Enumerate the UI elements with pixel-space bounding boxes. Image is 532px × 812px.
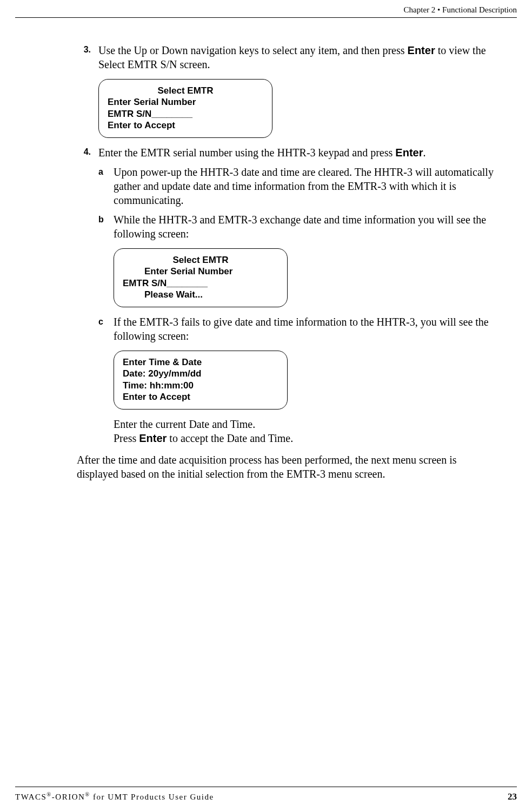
step-marker: 3. [77,43,98,55]
sub-marker: b [98,213,114,241]
footer-tail: for UMT Products User Guide [90,793,214,801]
sub-body: While the HHTR-3 and EMTR-3 exchange dat… [114,213,500,241]
footer-rule [15,787,517,787]
registered-mark: ® [85,791,90,797]
screen3-line2: Date: 20yy/mm/dd [123,368,278,379]
step4c-screen-wrap: Enter Time & Date Date: 20yy/mm/dd Time:… [114,351,500,410]
footer-twacs: TWACS [15,793,46,801]
s4c-text: If the EMTR-3 fails to give date and tim… [114,316,489,342]
step4-text-before: Enter the EMTR serial number using the H… [98,147,395,159]
registered-mark: ® [46,791,51,797]
closing-paragraph: After the time and date acquisition proc… [77,453,500,481]
page-footer: TWACS®-ORION® for UMT Products User Guid… [15,791,517,802]
step-marker: 4. [77,146,98,157]
step3-screen-wrap: Select EMTR Enter Serial Number EMTR S/N… [98,79,500,138]
step-body: Use the Up or Down navigation keys to se… [98,43,500,71]
step-body: Enter the EMTR serial number using the H… [98,146,500,445]
screen2-line3: EMTR S/N________ [123,278,278,289]
screen2-line2: Enter Serial Number [123,266,278,277]
lcd-screen-enter-time-date: Enter Time & Date Date: 20yy/mm/dd Time:… [114,351,288,410]
step-4b: b While the HHTR-3 and EMTR-3 exchange d… [98,213,500,241]
lcd-screen-please-wait: Select EMTR Enter Serial Number EMTR S/N… [114,248,288,307]
s4c-p2-after: to accept the Date and Time. [167,432,293,444]
enter-key-ref: Enter [408,44,435,56]
sub-body: Upon power-up the HHTR-3 date and time a… [114,165,500,207]
step-4: 4. Enter the EMTR serial number using th… [77,146,500,445]
footer-orion: -ORION [52,793,85,801]
header-rule [15,17,517,18]
screen3-line3: Time: hh:mm:00 [123,380,278,391]
screen3-line1: Enter Time & Date [123,357,278,368]
screen2-line1: Select EMTR [123,254,278,266]
sub-marker: a [98,165,114,207]
screen1-line4: Enter to Accept [108,120,263,131]
screen3-line4: Enter to Accept [123,391,278,402]
s4c-p2-before: Press [114,432,139,444]
s4c-p2: Press Enter to accept the Date and Time. [114,431,500,445]
page-content: 3. Use the Up or Down navigation keys to… [77,43,500,481]
screen2-line4: Please Wait... [123,289,278,300]
step-4c: c If the EMTR-3 fails to give date and t… [98,315,500,343]
step4b-screen-wrap: Select EMTR Enter Serial Number EMTR S/N… [114,248,500,307]
step-3: 3. Use the Up or Down navigation keys to… [77,43,500,71]
screen1-line1: Select EMTR [108,85,263,96]
screen1-line3: EMTR S/N________ [108,108,263,120]
sub-body: If the EMTR-3 fails to give date and tim… [114,315,500,343]
chapter-label: Chapter 2 • Functional Description [404,5,517,14]
step4-period: . [423,147,425,159]
s4c-paras: Enter the current Date and Time. Press E… [114,417,500,445]
screen1-line2: Enter Serial Number [108,96,263,108]
step-4a: a Upon power-up the HHTR-3 date and time… [98,165,500,207]
running-header: Chapter 2 • Functional Description [404,5,517,15]
sub-marker: c [98,315,114,343]
step3-text-before: Use the Up or Down navigation keys to se… [98,44,408,56]
enter-key-ref: Enter [139,432,167,444]
footer-product: TWACS®-ORION® for UMT Products User Guid… [15,791,214,802]
page-number: 23 [508,791,517,802]
enter-key-ref: Enter [395,147,423,159]
s4c-p1: Enter the current Date and Time. [114,417,500,431]
lcd-screen-select-emtr: Select EMTR Enter Serial Number EMTR S/N… [98,79,272,138]
